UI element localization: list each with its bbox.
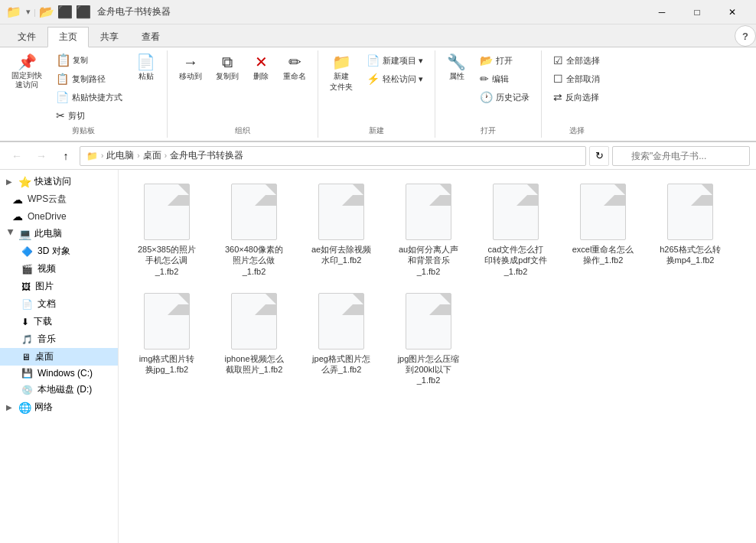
- sidebar-item-thispc[interactable]: ▶ 💻 此电脑: [0, 225, 118, 242]
- file-item[interactable]: h265格式怎么转 换mp4_1.fb2: [648, 176, 732, 282]
- tab-home[interactable]: 主页: [47, 27, 89, 47]
- delete-button[interactable]: ✕ 删除: [247, 52, 275, 84]
- close-button[interactable]: ✕: [715, 0, 750, 24]
- properties-button[interactable]: 🔧 属性: [442, 52, 471, 84]
- select-all-button[interactable]: ☑ 全部选择: [548, 52, 605, 69]
- address-bar: ← → ↑ 📁 › 此电脑 › 桌面 › 金舟电子书转换器 ↻ 🔍: [0, 142, 756, 170]
- cut-button[interactable]: ✂ 剪切: [51, 107, 128, 124]
- refresh-button[interactable]: ↻: [589, 146, 609, 166]
- pin-to-quickaccess-button[interactable]: 📌 固定到快速访问: [6, 52, 47, 92]
- sidebar-item-downloads[interactable]: ⬇ 下载: [0, 313, 118, 330]
- wps-icon: ☁: [12, 193, 23, 206]
- documents-label: 文档: [37, 298, 56, 311]
- sidebar-item-onedrive[interactable]: ☁ OneDrive: [0, 208, 118, 225]
- sidebar-item-quickaccess[interactable]: ▶ ⭐ 快速访问: [0, 173, 118, 190]
- open-buttons: 🔧 属性 📂 打开 ✏ 编辑 🕐 历史记录: [442, 52, 535, 124]
- sidebar-item-desktop[interactable]: 🖥 桌面: [0, 348, 118, 366]
- sidebar-item-documents[interactable]: 📄 文档: [0, 295, 118, 313]
- pictures-icon: 🖼: [21, 281, 31, 292]
- onedrive-label: OneDrive: [28, 211, 67, 222]
- title-icons: 📁 ▾ | 📂 ⬛ ⬛: [6, 5, 91, 19]
- file-item[interactable]: 285×385的照片 手机怎么调 _1.fb2: [125, 176, 209, 282]
- history-button[interactable]: 🕐 历史记录: [474, 89, 535, 106]
- ddrive-icon: 💿: [21, 385, 33, 395]
- thispc-arrow: ▶: [7, 229, 15, 239]
- sidebar-item-pictures[interactable]: 🖼 图片: [0, 278, 118, 295]
- file-item[interactable]: jpg图片怎么压缩 到200kl以下 _1.fb2: [386, 285, 471, 392]
- file-icon: [315, 291, 367, 352]
- file-icon: [228, 291, 280, 352]
- file-item[interactable]: iphone视频怎么 截取照片_1.fb2: [212, 285, 296, 392]
- file-item[interactable]: jpeg格式图片怎 么弄_1.fb2: [299, 285, 383, 392]
- file-icon: [402, 291, 455, 352]
- breadcrumb-folder-icon: 📁: [86, 151, 98, 161]
- file-item[interactable]: cad文件怎么打 印转换成pdf文件 _1.fb2: [474, 176, 558, 282]
- ribbon: 📌 固定到快速访问 📋 复制 📋 复制路径 📄 粘贴快捷方式: [0, 47, 756, 142]
- open-label: 打开: [496, 55, 513, 67]
- sidebar-item-cdrive[interactable]: 💾 Windows (C:): [0, 366, 118, 381]
- paste-shortcut-button[interactable]: 📄 粘贴快捷方式: [51, 89, 128, 106]
- open-items-col: 📂 打开 ✏ 编辑 🕐 历史记录: [474, 52, 535, 106]
- select-none-icon: ☐: [553, 73, 563, 85]
- search-wrapper: 🔍: [612, 146, 750, 166]
- sidebar-item-music[interactable]: 🎵 音乐: [0, 330, 118, 348]
- invert-selection-button[interactable]: ⇄ 反向选择: [548, 89, 605, 106]
- thispc-icon: 💻: [18, 228, 31, 240]
- copyto-icon: ⧉: [222, 54, 233, 70]
- file-icon: [228, 181, 280, 242]
- file-item[interactable]: au如何分离人声 和背景音乐 _1.fb2: [386, 176, 471, 282]
- main-area: ▶ ⭐ 快速访问 ☁ WPS云盘 ☁ OneDrive ▶ 💻 此电脑 🔷 3D…: [0, 170, 756, 543]
- select-none-button[interactable]: ☐ 全部取消: [548, 70, 605, 87]
- file-name: jpg图片怎么压缩 到200kl以下 _1.fb2: [398, 353, 460, 386]
- copyto-label: 复制到: [216, 71, 239, 82]
- minimize-button[interactable]: ─: [644, 0, 679, 24]
- file-name: img格式图片转 换jpg_1.fb2: [139, 353, 195, 376]
- paste-button[interactable]: 📄 粘贴: [131, 52, 161, 84]
- thispc-label: 此电脑: [34, 227, 62, 240]
- easy-access-button[interactable]: ⚡ 轻松访问 ▾: [361, 70, 429, 87]
- select-buttons: ☑ 全部选择 ☐ 全部取消 ⇄ 反向选择: [548, 52, 605, 124]
- edit-icon: ✏: [480, 73, 489, 85]
- file-item[interactable]: 360×480像素的 照片怎么做 _1.fb2: [212, 176, 296, 282]
- title-bar: 📁 ▾ | 📂 ⬛ ⬛ 金舟电子书转换器 ─ □ ✕: [0, 0, 756, 24]
- tab-file[interactable]: 文件: [6, 27, 47, 47]
- up-button[interactable]: ↑: [55, 145, 77, 167]
- sidebar-item-wps[interactable]: ☁ WPS云盘: [0, 190, 118, 208]
- tab-view[interactable]: 查看: [130, 27, 171, 47]
- cdrive-icon: 💾: [21, 368, 33, 379]
- music-label: 音乐: [37, 333, 56, 346]
- select-all-icon: ☑: [553, 54, 563, 67]
- sidebar-item-3dobjects[interactable]: 🔷 3D 对象: [0, 242, 118, 260]
- file-name: au如何分离人声 和背景音乐 _1.fb2: [399, 244, 458, 277]
- new-item-icon: 📄: [367, 54, 380, 67]
- history-label: 历史记录: [496, 92, 530, 103]
- sidebar-item-network[interactable]: ▶ 🌐 网络: [0, 398, 118, 416]
- copy-to-button[interactable]: ⧉ 复制到: [210, 52, 244, 84]
- move-to-button[interactable]: → 移动到: [174, 52, 207, 84]
- file-item[interactable]: excel重命名怎么 操作_1.fb2: [561, 176, 645, 282]
- forward-button[interactable]: →: [31, 145, 52, 167]
- ribbon-group-clipboard: 📌 固定到快速访问 📋 复制 📋 复制路径 📄 粘贴快捷方式: [0, 50, 168, 138]
- file-item[interactable]: img格式图片转 换jpg_1.fb2: [125, 285, 209, 392]
- 3d-icon: 🔷: [21, 246, 33, 257]
- file-icon: [402, 181, 455, 242]
- sidebar-item-ddrive[interactable]: 💿 本地磁盘 (D:): [0, 381, 118, 398]
- search-input[interactable]: [612, 146, 750, 166]
- paste-label: 粘贴: [138, 71, 154, 82]
- open-button[interactable]: 📂 打开: [474, 52, 535, 69]
- copy-path-button[interactable]: 📋 复制路径: [51, 70, 128, 87]
- copy-button[interactable]: 📋 复制: [51, 52, 93, 69]
- copy-label: 复制: [73, 55, 88, 66]
- new-folder-button[interactable]: 📁 新建文件夹: [324, 52, 358, 95]
- new-group-label: 新建: [369, 124, 384, 136]
- edit-button[interactable]: ✏ 编辑: [474, 70, 535, 87]
- new-item-button[interactable]: 📄 新建项目 ▾: [361, 52, 429, 69]
- help-button[interactable]: ?: [735, 25, 756, 47]
- file-item[interactable]: ae如何去除视频 水印_1.fb2: [299, 176, 383, 282]
- address-box[interactable]: 📁 › 此电脑 › 桌面 › 金舟电子书转换器: [80, 146, 586, 166]
- tab-share[interactable]: 共享: [89, 27, 130, 47]
- back-button[interactable]: ←: [6, 145, 28, 167]
- maximize-button[interactable]: □: [679, 0, 715, 24]
- sidebar-item-videos[interactable]: 🎬 视频: [0, 260, 118, 278]
- rename-button[interactable]: ✏ 重命名: [278, 52, 311, 84]
